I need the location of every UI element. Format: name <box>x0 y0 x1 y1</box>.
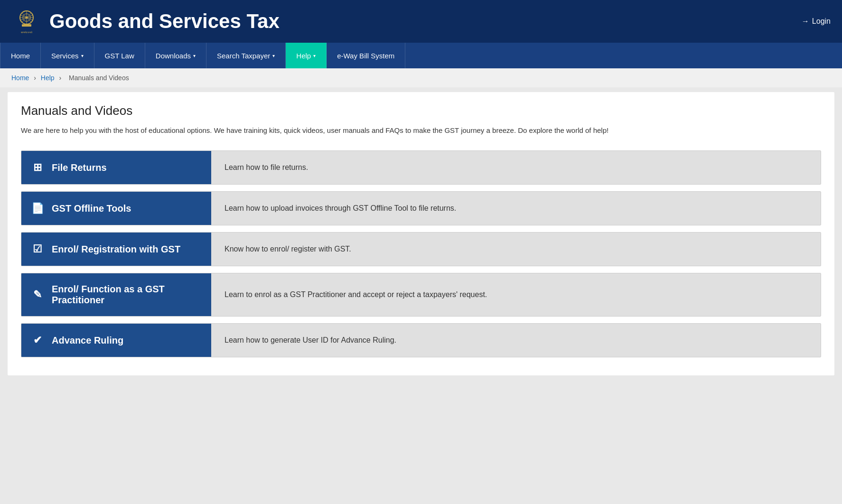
card-title-4: Advance Ruling <box>52 335 123 346</box>
chevron-down-icon: ▾ <box>193 53 196 58</box>
navbar: HomeServices▾GST LawDownloads▾Search Tax… <box>0 43 842 68</box>
chevron-down-icon: ▾ <box>313 53 316 58</box>
card-row[interactable]: 📄GST Offline ToolsLearn how to upload in… <box>21 191 821 225</box>
nav-item-help[interactable]: Help▾ <box>286 43 327 68</box>
card-title-0: File Returns <box>52 162 107 173</box>
card-label-3: ✎Enrol/ Function as a GST Practitioner <box>21 273 211 316</box>
page-title: Manuals and Videos <box>21 103 821 118</box>
header-left: सत्यमेव जयते Goods and Services Tax <box>11 6 280 37</box>
svg-rect-9 <box>22 24 31 27</box>
login-arrow-icon: → <box>802 17 809 26</box>
card-title-3: Enrol/ Function as a GST Practitioner <box>52 284 202 306</box>
card-description-1: Learn how to upload invoices through GST… <box>211 192 821 225</box>
site-title: Goods and Services Tax <box>49 10 280 33</box>
government-logo: सत्यमेव जयते <box>11 6 42 37</box>
breadcrumb: Home › Help › Manuals and Videos <box>0 68 842 87</box>
nav-item-home[interactable]: Home <box>0 43 41 68</box>
cards-list: ⊞File ReturnsLearn how to file returns.📄… <box>21 150 821 357</box>
page-description: We are here to help you with the host of… <box>21 125 614 136</box>
nav-item-services[interactable]: Services▾ <box>41 43 94 68</box>
main-content: Manuals and Videos We are here to help y… <box>8 92 834 375</box>
nav-item-search-taxpayer[interactable]: Search Taxpayer▾ <box>206 43 286 68</box>
card-icon-3: ✎ <box>31 289 44 301</box>
chevron-down-icon: ▾ <box>272 53 275 58</box>
breadcrumb-current: Manuals and Videos <box>69 74 129 82</box>
card-title-2: Enrol/ Registration with GST <box>52 244 180 255</box>
card-icon-1: 📄 <box>31 202 44 215</box>
card-description-0: Learn how to file returns. <box>211 151 821 184</box>
breadcrumb-sep-1: › <box>34 74 38 82</box>
card-row[interactable]: ⊞File ReturnsLearn how to file returns. <box>21 150 821 185</box>
chevron-down-icon: ▾ <box>81 53 84 58</box>
card-label-2: ☑Enrol/ Registration with GST <box>21 233 211 266</box>
header: सत्यमेव जयते Goods and Services Tax → Lo… <box>0 0 842 43</box>
card-row[interactable]: ✎Enrol/ Function as a GST PractitionerLe… <box>21 273 821 317</box>
card-label-0: ⊞File Returns <box>21 151 211 184</box>
login-button[interactable]: → Login <box>802 17 831 26</box>
nav-item-gst-law[interactable]: GST Law <box>94 43 145 68</box>
card-icon-0: ⊞ <box>31 161 44 174</box>
breadcrumb-help[interactable]: Help <box>41 74 55 82</box>
breadcrumb-sep-2: › <box>59 74 64 82</box>
nav-item-e-way-bill-system[interactable]: e-Way Bill System <box>327 43 405 68</box>
breadcrumb-home[interactable]: Home <box>11 74 29 82</box>
card-label-1: 📄GST Offline Tools <box>21 192 211 225</box>
card-description-4: Learn how to generate User ID for Advanc… <box>211 324 821 357</box>
card-icon-2: ☑ <box>31 243 44 255</box>
card-description-2: Know how to enrol/ register with GST. <box>211 233 821 266</box>
card-label-4: ✔Advance Ruling <box>21 324 211 357</box>
svg-text:सत्यमेव जयते: सत्यमेव जयते <box>20 31 32 34</box>
card-description-3: Learn to enrol as a GST Practitioner and… <box>211 273 821 316</box>
card-icon-4: ✔ <box>31 334 44 346</box>
card-title-1: GST Offline Tools <box>52 203 131 214</box>
nav-item-downloads[interactable]: Downloads▾ <box>145 43 206 68</box>
card-row[interactable]: ✔Advance RulingLearn how to generate Use… <box>21 323 821 357</box>
card-row[interactable]: ☑Enrol/ Registration with GSTKnow how to… <box>21 232 821 266</box>
